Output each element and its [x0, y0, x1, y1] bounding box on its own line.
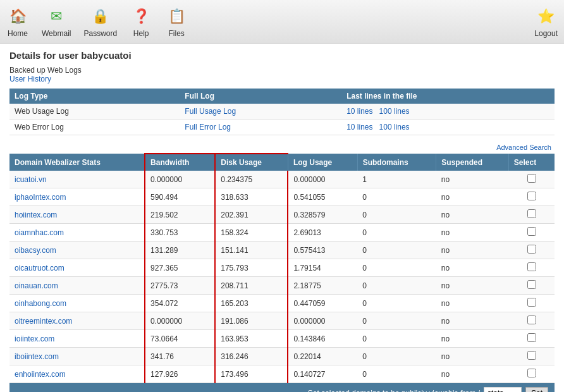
subdomains-cell: 0 — [357, 312, 436, 330]
nav-help-label: Help — [133, 29, 149, 38]
disk-usage-header: Disk Usage — [215, 154, 288, 171]
domain-cell: oibacsy.com — [9, 242, 145, 259]
log-usage-cell: 0.140727 — [288, 365, 357, 383]
disk-usage-cell: 173.496 — [215, 365, 288, 383]
domain-link[interactable]: iboiintex.com — [15, 352, 59, 361]
select-checkbox[interactable] — [527, 369, 536, 377]
lines-100-link[interactable]: 100 lines — [379, 107, 410, 116]
log-table-row: Web Usage Log Full Usage Log 10 lines 10… — [9, 104, 555, 119]
select-checkbox[interactable] — [527, 245, 536, 254]
lines-10-link[interactable]: 10 lines — [346, 123, 372, 132]
domain-cell: icuatoi.vn — [9, 171, 145, 188]
nav-webmail[interactable]: ✉ Webmail — [42, 5, 71, 38]
subdomains-cell: 0 — [357, 259, 436, 277]
domain-cell: oitreemintex.com — [9, 312, 145, 330]
subdomains-header: Subdomains — [357, 154, 436, 171]
log-usage-cell: 1.79154 — [288, 259, 357, 277]
log-type-cell: Web Error Log — [9, 119, 180, 135]
lines-100-link[interactable]: 100 lines — [379, 123, 410, 132]
disk-usage-cell: 163.953 — [215, 330, 288, 348]
select-checkbox[interactable] — [527, 351, 536, 360]
full-log-link[interactable]: Full Usage Log — [185, 107, 236, 116]
disk-usage-cell: 318.633 — [215, 188, 288, 206]
log-type-cell: Web Usage Log — [9, 104, 180, 119]
select-checkbox[interactable] — [527, 227, 536, 236]
full-log-cell: Full Usage Log — [180, 104, 341, 119]
select-checkbox[interactable] — [527, 209, 536, 218]
domain-link[interactable]: hoiintex.com — [15, 211, 57, 219]
domain-link[interactable]: enhoiintex.com — [15, 370, 66, 379]
bandwidth-cell: 341.76 — [145, 348, 215, 365]
nav-files[interactable]: 📋 Files — [165, 5, 188, 38]
log-usage-cell: 0.22014 — [288, 348, 357, 365]
select-checkbox[interactable] — [527, 333, 536, 342]
domain-cell: oicautruot.com — [9, 259, 145, 277]
disk-usage-cell: 208.711 — [215, 277, 288, 295]
bandwidth-cell: 0.000000 — [145, 171, 215, 188]
subdomains-cell: 0 — [357, 330, 436, 348]
subdomains-cell: 0 — [357, 188, 436, 206]
subdomains-cell: 0 — [357, 365, 436, 383]
full-log-link[interactable]: Full Error Log — [185, 123, 231, 132]
subdomains-cell: 0 — [357, 224, 436, 242]
bandwidth-cell: 927.365 — [145, 259, 215, 277]
log-usage-cell: 0.000000 — [288, 312, 357, 330]
domain-link[interactable]: iphaoIntex.com — [15, 193, 66, 202]
select-cell — [508, 242, 555, 259]
bandwidth-cell: 131.289 — [145, 242, 215, 259]
user-history-link[interactable]: User History — [9, 75, 51, 83]
nav-help[interactable]: ❓ Help — [130, 5, 152, 38]
disk-usage-cell: 175.793 — [215, 259, 288, 277]
domain-link[interactable]: oinauan.com — [15, 281, 58, 290]
subdomains-cell: 0 — [357, 206, 436, 224]
nav-logout[interactable]: ⭐ Logout — [534, 5, 558, 38]
subdomains-cell: 1 — [357, 171, 436, 188]
bandwidth-cell: 0.000000 — [145, 312, 215, 330]
select-cell — [508, 348, 555, 365]
stats-table-row: oinauan.com 2775.73 208.711 2.18775 0 no — [9, 277, 555, 295]
nav-home[interactable]: 🏠 Home — [6, 5, 29, 38]
select-cell — [508, 224, 555, 242]
select-checkbox[interactable] — [527, 298, 536, 307]
suspended-cell: no — [436, 277, 508, 295]
lines-10-link[interactable]: 10 lines — [346, 107, 372, 116]
suspended-cell: no — [436, 224, 508, 242]
disk-usage-cell: 202.391 — [215, 206, 288, 224]
domain-link[interactable]: oicautruot.com — [15, 264, 64, 273]
domain-link[interactable]: icuatoi.vn — [15, 175, 47, 184]
stats-table-row: ioiintex.com 73.0664 163.953 0.143846 0 … — [9, 330, 555, 348]
advanced-search-link[interactable]: Advanced Search — [496, 144, 551, 151]
domain-link[interactable]: oinhabong.com — [15, 299, 66, 308]
domain-cell: hoiintex.com — [9, 206, 145, 224]
nav-home-label: Home — [8, 29, 28, 38]
select-checkbox[interactable] — [527, 262, 536, 271]
bandwidth-cell: 73.0664 — [145, 330, 215, 348]
links-section: Backed up Web Logs User History — [9, 66, 555, 83]
domain-link[interactable]: oiamnhac.com — [15, 228, 64, 237]
disk-usage-cell: 158.324 — [215, 224, 288, 242]
nav-password[interactable]: 🔒 Password — [83, 5, 117, 38]
domain-cell: iboiintex.com — [9, 348, 145, 365]
set-button[interactable]: Set — [525, 387, 548, 392]
stats-path-input[interactable] — [484, 387, 522, 392]
subdomains-cell: 0 — [357, 242, 436, 259]
select-checkbox[interactable] — [527, 174, 536, 183]
stats-table: Domain Webalizer Stats Bandwidth Disk Us… — [9, 153, 555, 383]
select-checkbox[interactable] — [527, 192, 536, 200]
password-icon: 🔒 — [89, 5, 112, 28]
suspended-cell: no — [436, 188, 508, 206]
domain-link[interactable]: oitreemintex.com — [15, 317, 72, 326]
domain-link[interactable]: ioiintex.com — [15, 334, 54, 343]
stats-table-row: hoiintex.com 219.502 202.391 0.328579 0 … — [9, 206, 555, 224]
log-table-row: Web Error Log Full Error Log 10 lines 10… — [9, 119, 555, 135]
nav-files-label: Files — [168, 29, 184, 38]
bandwidth-cell: 590.494 — [145, 188, 215, 206]
select-checkbox[interactable] — [527, 280, 536, 289]
logout-icon: ⭐ — [535, 5, 558, 28]
disk-usage-cell: 191.086 — [215, 312, 288, 330]
select-cell — [508, 330, 555, 348]
select-checkbox[interactable] — [527, 315, 536, 324]
domain-link[interactable]: oibacsy.com — [15, 246, 56, 255]
subdomains-cell: 0 — [357, 295, 436, 312]
log-type-header: Log Type — [9, 89, 180, 104]
